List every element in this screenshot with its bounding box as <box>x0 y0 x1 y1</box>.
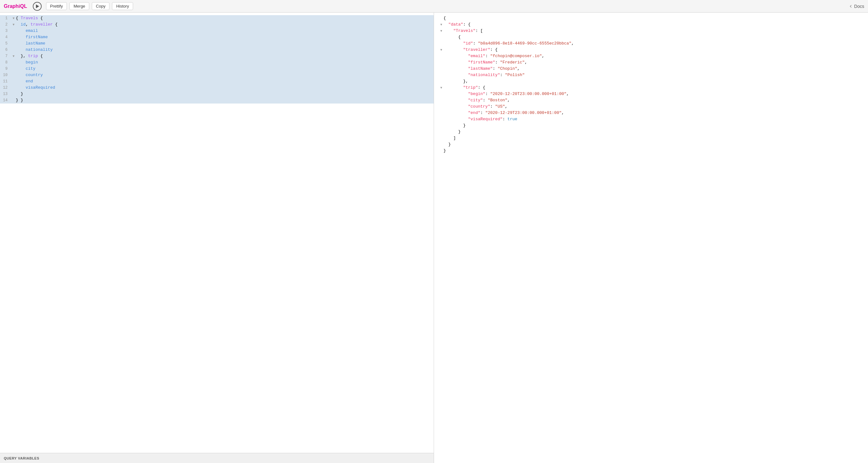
result-line: } <box>434 148 868 154</box>
code-text: nationality <box>16 47 431 53</box>
query-line: 10 country <box>0 72 434 78</box>
result-code-text: "nationality": "Polish" <box>443 72 525 78</box>
result-line: "begin": "2020-12-20T23:00:00.000+01:00"… <box>434 91 868 97</box>
result-code-text: { <box>443 34 461 40</box>
result-line: "email": "fchopin@composer.io", <box>434 53 868 59</box>
result-line: "city": "Boston", <box>434 97 868 104</box>
query-line: 11 end <box>0 78 434 85</box>
copy-button[interactable]: Copy <box>92 2 110 10</box>
result-no-toggle <box>439 97 443 104</box>
code-text: begin <box>16 59 431 66</box>
result-line: { <box>434 34 868 40</box>
result-line: "id": "b0a4d896-8e18-4469-90cc-6555ec20b… <box>434 40 868 47</box>
result-no-toggle <box>439 59 443 66</box>
result-line: { <box>434 15 868 22</box>
result-no-toggle <box>439 15 443 22</box>
line-number: 13 <box>2 91 11 97</box>
result-code-text: "firstName": "Frederic", <box>443 59 527 66</box>
code-text: end <box>16 78 431 85</box>
result-code-text: } <box>443 129 461 135</box>
query-line: 5 lastName <box>0 40 434 47</box>
code-text: id, traveller { <box>16 22 431 28</box>
history-button[interactable]: History <box>112 2 133 10</box>
toolbar: GraphiQL Prettify Merge Copy History Doc… <box>0 0 868 12</box>
line-number: 7 <box>2 53 11 59</box>
line-number: 14 <box>2 97 11 104</box>
app-title: GraphiQL <box>4 3 27 9</box>
result-code-text: "data": { <box>443 22 471 28</box>
code-text: lastName <box>16 40 431 47</box>
collapse-arrow[interactable]: ▼ <box>11 15 16 22</box>
result-code-text: } <box>443 141 451 148</box>
result-no-toggle <box>439 135 443 141</box>
result-line: ] <box>434 135 868 141</box>
result-no-toggle <box>439 78 443 85</box>
line-number: 9 <box>2 66 11 72</box>
line-number: 5 <box>2 40 11 47</box>
run-button[interactable] <box>33 2 42 11</box>
result-code-text: "email": "fchopin@composer.io", <box>443 53 545 59</box>
result-code-text: "end": "2020-12-29T23:00:00.000+01:00", <box>443 110 564 116</box>
result-collapse-arrow[interactable]: ▼ <box>439 28 443 34</box>
code-text: visaRequired <box>16 85 431 91</box>
result-line: "lastName": "Chopin", <box>434 66 868 72</box>
query-editor[interactable]: 1▼{ Travels {2▼ id, traveller {3 email4 … <box>0 12 434 453</box>
result-line: ▼ "data": { <box>434 22 868 28</box>
result-no-toggle <box>439 91 443 97</box>
result-code-text: "lastName": "Chopin", <box>443 66 520 72</box>
result-collapse-arrow[interactable]: ▼ <box>439 22 443 28</box>
query-line: 1▼{ Travels { <box>0 15 434 22</box>
collapse-arrow[interactable]: ▼ <box>11 53 16 59</box>
query-variables-label: QUERY VARIABLES <box>4 456 39 460</box>
code-text: firstName <box>16 34 431 40</box>
result-code-text: "id": "b0a4d896-8e18-4469-90cc-6555ec20b… <box>443 40 574 47</box>
result-line: ▼ "Travels": [ <box>434 28 868 34</box>
line-number: 6 <box>2 47 11 53</box>
result-no-toggle <box>439 110 443 116</box>
line-number: 1 <box>2 15 11 22</box>
result-code-text: ] <box>443 135 456 141</box>
result-line: "firstName": "Frederic", <box>434 59 868 66</box>
query-line: 9 city <box>0 66 434 72</box>
result-line: "end": "2020-12-29T23:00:00.000+01:00", <box>434 110 868 116</box>
query-line: 2▼ id, traveller { <box>0 22 434 28</box>
result-code-text: "traveller": { <box>443 47 498 53</box>
code-text: }, trip { <box>16 53 431 59</box>
query-line: 13 } <box>0 91 434 97</box>
result-line: "visaRequired": true <box>434 116 868 122</box>
result-no-toggle <box>439 72 443 78</box>
result-no-toggle <box>439 148 443 154</box>
code-text: { Travels { <box>16 15 431 22</box>
result-code-text: { <box>443 15 446 22</box>
result-no-toggle <box>439 66 443 72</box>
result-no-toggle <box>439 141 443 148</box>
prettify-button[interactable]: Prettify <box>46 2 67 10</box>
collapse-arrow[interactable]: ▼ <box>11 22 16 28</box>
result-line: ▼ "traveller": { <box>434 47 868 53</box>
query-variables-bar[interactable]: QUERY VARIABLES <box>0 453 434 463</box>
code-text: country <box>16 72 431 78</box>
query-line: 6 nationality <box>0 47 434 53</box>
code-text: } } <box>16 97 431 104</box>
result-code-text: "visaRequired": true <box>443 116 517 122</box>
merge-button[interactable]: Merge <box>69 2 89 10</box>
line-number: 4 <box>2 34 11 40</box>
result-line: "country": "US", <box>434 104 868 110</box>
main-content: 1▼{ Travels {2▼ id, traveller {3 email4 … <box>0 12 868 463</box>
code-text: } <box>16 91 431 97</box>
result-no-toggle <box>439 122 443 129</box>
code-text: email <box>16 28 431 34</box>
docs-button[interactable]: Docs <box>850 4 864 9</box>
result-code-text: "Travels": [ <box>443 28 483 34</box>
left-panel: 1▼{ Travels {2▼ id, traveller {3 email4 … <box>0 12 434 463</box>
result-panel[interactable]: {▼ "data": {▼ "Travels": [ { "id": "b0a4… <box>434 12 868 463</box>
result-code-text: "country": "US", <box>443 104 507 110</box>
result-line: } <box>434 122 868 129</box>
result-line: } <box>434 141 868 148</box>
result-collapse-arrow[interactable]: ▼ <box>439 47 443 53</box>
result-collapse-arrow[interactable]: ▼ <box>439 85 443 91</box>
result-code-text: }, <box>443 78 468 85</box>
query-line: 12 visaRequired <box>0 85 434 91</box>
line-number: 10 <box>2 72 11 78</box>
result-code-text: "city": "Boston", <box>443 97 510 104</box>
